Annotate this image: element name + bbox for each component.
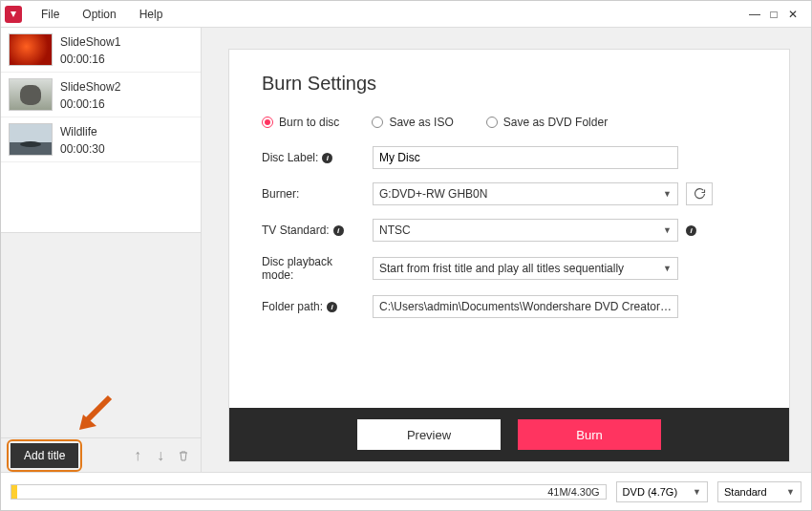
output-mode-radios: Burn to disc Save as ISO Save as DVD Fol…: [262, 116, 762, 129]
chevron-down-icon: ▼: [663, 264, 672, 273]
chevron-down-icon: ▼: [786, 487, 795, 497]
sidebar: SlideShow1 00:00:16 SlideShow2 00:00:16 …: [1, 28, 202, 472]
disc-usage-fill: [11, 485, 17, 499]
close-button[interactable]: ✕: [784, 7, 801, 22]
sidebar-toolbar: Add title ↑ ↓: [1, 437, 201, 472]
folder-path-label: Folder path:i: [262, 300, 365, 313]
menu-file[interactable]: File: [30, 4, 71, 25]
radio-label: Save as DVD Folder: [503, 116, 608, 129]
minimize-button[interactable]: —: [746, 7, 763, 22]
preview-button[interactable]: Preview: [357, 419, 501, 450]
delete-icon[interactable]: [176, 448, 191, 463]
burn-settings-panel: Burn Settings Burn to disc Save as ISO S…: [228, 49, 790, 462]
title-item[interactable]: SlideShow1 00:00:16: [1, 28, 201, 73]
disc-type-select[interactable]: DVD (4.7G)▼: [616, 481, 708, 502]
title-name: SlideShow1: [60, 35, 120, 49]
title-thumbnail: [9, 33, 53, 66]
refresh-burner-button[interactable]: [686, 182, 713, 205]
title-name: SlideShow2: [60, 80, 120, 94]
chevron-down-icon: ▼: [663, 225, 672, 235]
statusbar: 41M/4.30G DVD (4.7G)▼ Standard▼: [1, 472, 811, 510]
window-controls: — □ ✕: [746, 7, 807, 22]
select-value: Start from frist title and play all titl…: [379, 262, 624, 275]
folder-path-field[interactable]: C:\Users\admin\Documents\Wondershare DVD…: [373, 295, 678, 318]
maximize-button[interactable]: □: [765, 7, 782, 22]
title-list: SlideShow1 00:00:16 SlideShow2 00:00:16 …: [1, 28, 201, 233]
select-value: DVD (4.7G): [623, 486, 677, 498]
select-value: Standard: [724, 486, 767, 498]
burn-button[interactable]: Burn: [518, 419, 661, 450]
info-icon[interactable]: i: [686, 225, 696, 236]
tv-standard-select[interactable]: NTSC▼: [373, 219, 678, 242]
title-thumbnail: [9, 78, 53, 111]
title-name: Wildlife: [60, 125, 105, 138]
tv-standard-label: TV Standard:i: [262, 224, 365, 237]
title-duration: 00:00:16: [60, 97, 120, 111]
title-item[interactable]: SlideShow2 00:00:16: [1, 73, 201, 117]
title-duration: 00:00:30: [60, 142, 105, 156]
radio-save-as-dvd-folder[interactable]: Save as DVD Folder: [486, 116, 608, 129]
burner-select[interactable]: G:DVD+-RW GHB0N▼: [373, 182, 678, 205]
playback-mode-select[interactable]: Start from frist title and play all titl…: [373, 257, 678, 280]
disc-usage-bar: 41M/4.30G: [11, 484, 607, 500]
annotation-highlight: Add title: [7, 439, 82, 472]
menubar: File Option Help — □ ✕: [1, 1, 811, 28]
title-duration: 00:00:16: [60, 53, 120, 66]
panel-footer: Preview Burn: [229, 408, 789, 461]
add-title-button[interactable]: Add title: [11, 443, 78, 468]
content-area: Burn Settings Burn to disc Save as ISO S…: [202, 28, 811, 472]
radio-label: Burn to disc: [279, 116, 339, 129]
select-value: NTSC: [379, 224, 411, 237]
info-icon[interactable]: i: [333, 225, 344, 236]
radio-burn-to-disc[interactable]: Burn to disc: [262, 116, 339, 129]
info-icon[interactable]: i: [322, 153, 332, 163]
main-area: SlideShow1 00:00:16 SlideShow2 00:00:16 …: [1, 28, 811, 472]
title-thumbnail: [9, 123, 53, 156]
title-item[interactable]: Wildlife 00:00:30: [1, 117, 201, 162]
app-icon: [5, 6, 22, 23]
quality-select[interactable]: Standard▼: [717, 481, 801, 502]
disc-label-input[interactable]: [373, 146, 678, 169]
radio-save-as-iso[interactable]: Save as ISO: [372, 116, 453, 129]
chevron-down-icon: ▼: [693, 487, 701, 497]
move-down-icon[interactable]: ↓: [153, 448, 168, 463]
path-value: C:\Users\admin\Documents\Wondershare DVD…: [379, 300, 672, 313]
menu-option[interactable]: Option: [71, 4, 127, 25]
menu-help[interactable]: Help: [128, 4, 175, 25]
select-value: G:DVD+-RW GHB0N: [379, 187, 487, 201]
disc-label-label: Disc Label:i: [262, 151, 365, 164]
playback-mode-label: Disc playback mode:: [262, 255, 365, 282]
radio-label: Save as ISO: [389, 116, 453, 129]
panel-heading: Burn Settings: [262, 73, 762, 95]
move-up-icon[interactable]: ↑: [130, 448, 145, 463]
burner-label: Burner:: [262, 187, 365, 201]
info-icon[interactable]: i: [327, 302, 337, 312]
disc-usage-text: 41M/4.30G: [547, 485, 599, 499]
chevron-down-icon: ▼: [663, 189, 672, 199]
